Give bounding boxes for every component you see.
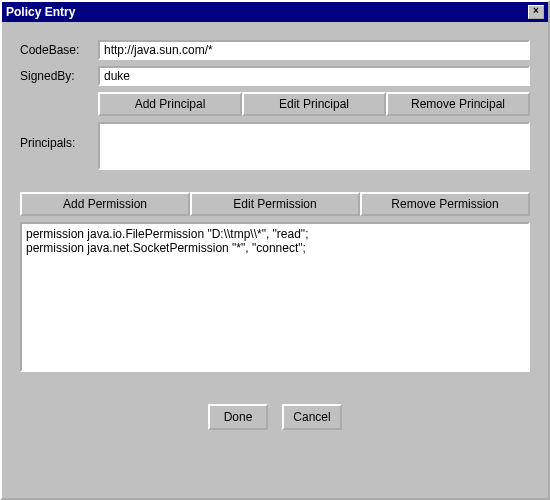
close-button[interactable]: × bbox=[528, 5, 544, 19]
done-button[interactable]: Done bbox=[208, 404, 268, 430]
policy-entry-dialog: Policy Entry × CodeBase: SignedBy: Add P… bbox=[0, 0, 550, 500]
principal-buttons-row: Add Principal Edit Principal Remove Prin… bbox=[98, 92, 530, 116]
dialog-buttons: Done Cancel bbox=[20, 404, 530, 430]
content-area: CodeBase: SignedBy: Add Principal Edit P… bbox=[2, 22, 548, 438]
add-principal-button[interactable]: Add Principal bbox=[98, 92, 242, 116]
cancel-button[interactable]: Cancel bbox=[282, 404, 342, 430]
remove-permission-button[interactable]: Remove Permission bbox=[360, 192, 530, 216]
principals-list[interactable] bbox=[98, 122, 530, 170]
signedby-label: SignedBy: bbox=[20, 69, 98, 83]
permission-entry[interactable]: permission java.io.FilePermission "D:\\t… bbox=[26, 227, 524, 241]
signedby-input[interactable] bbox=[98, 66, 530, 86]
edit-principal-button[interactable]: Edit Principal bbox=[242, 92, 386, 116]
principals-row: Principals: bbox=[20, 122, 530, 170]
add-permission-button[interactable]: Add Permission bbox=[20, 192, 190, 216]
window-title: Policy Entry bbox=[6, 5, 75, 19]
permission-entry[interactable]: permission java.net.SocketPermission "*"… bbox=[26, 241, 524, 255]
remove-principal-button[interactable]: Remove Principal bbox=[386, 92, 530, 116]
signedby-row: SignedBy: bbox=[20, 66, 530, 86]
codebase-row: CodeBase: bbox=[20, 40, 530, 60]
titlebar: Policy Entry × bbox=[2, 2, 548, 22]
codebase-input[interactable] bbox=[98, 40, 530, 60]
close-icon: × bbox=[533, 5, 539, 16]
edit-permission-button[interactable]: Edit Permission bbox=[190, 192, 360, 216]
permission-buttons-row: Add Permission Edit Permission Remove Pe… bbox=[20, 192, 530, 216]
codebase-label: CodeBase: bbox=[20, 43, 98, 57]
principals-label: Principals: bbox=[20, 122, 98, 170]
permissions-list[interactable]: permission java.io.FilePermission "D:\\t… bbox=[20, 222, 530, 372]
